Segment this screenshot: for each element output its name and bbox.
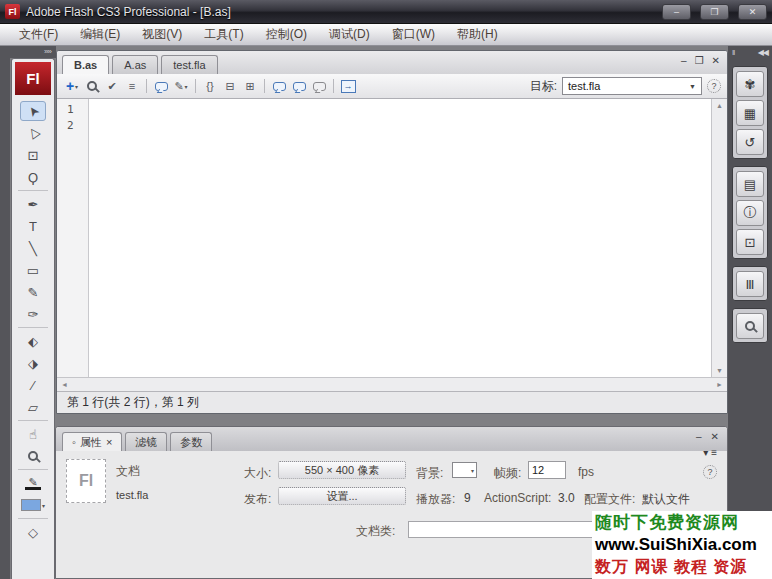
remove-comment-button[interactable] [310, 77, 328, 96]
dock-header: ‖ ◀◀ [728, 46, 772, 59]
vertical-scrollbar[interactable]: ▲ ▼ [711, 99, 727, 377]
eyedropper-tool[interactable]: ∕ [20, 375, 46, 395]
free-transform-tool[interactable]: ⊡ [20, 145, 46, 165]
document-name: test.fla [116, 489, 148, 501]
panel-menu-icon[interactable]: ▾ ≡ [703, 447, 717, 458]
show-code-hint-button[interactable] [152, 77, 170, 96]
stroke-color-control[interactable]: ✎ [20, 473, 46, 493]
check-syntax-button[interactable]: ✔ [103, 77, 121, 96]
collapse-selection-button[interactable]: ⊟ [221, 77, 239, 96]
minimize-button[interactable]: – [662, 4, 691, 20]
menu-window[interactable]: 窗口(W) [381, 24, 446, 45]
tab-test-fla[interactable]: test.fla [161, 55, 217, 74]
hand-tool[interactable]: ☝ [20, 424, 46, 444]
fill-color-swatch [21, 499, 41, 511]
doc-minimize-button[interactable]: – [681, 55, 687, 66]
tab-close-icon[interactable]: × [106, 436, 112, 448]
right-panel-dock: ‖ ◀◀ ✾ ▦ ↺ ▤ ⓘ ⊡ Ⅲ [728, 46, 772, 579]
selection-tool[interactable]: ➤ [20, 101, 46, 121]
brush-tool[interactable]: ✑ [20, 304, 46, 324]
scroll-left-icon[interactable]: ◄ [61, 381, 68, 388]
panel-close-button[interactable]: ✕ [711, 431, 719, 442]
swatch-dropdown-icon: ▾ [471, 467, 474, 474]
tool-separator [18, 518, 48, 519]
eraser-tool[interactable]: ▱ [20, 397, 46, 417]
dock-collapse-icon[interactable]: ◀◀ [758, 48, 768, 57]
debug-options-button[interactable]: ✎ ▾ [172, 77, 190, 96]
code-area[interactable] [89, 99, 711, 377]
doc-close-button[interactable]: ✕ [712, 55, 720, 66]
tools-panel-collapse[interactable]: »» [10, 46, 56, 58]
scroll-up-icon[interactable]: ▲ [716, 102, 723, 109]
scroll-down-icon[interactable]: ▼ [716, 367, 723, 374]
background-color-picker[interactable]: ▾ [452, 462, 477, 478]
tab-parameters[interactable]: 参数 [170, 432, 212, 451]
transform-panel-button[interactable]: ⊡ [736, 229, 764, 255]
tab-properties[interactable]: ◦ 属性 × [62, 432, 122, 451]
publish-settings-button[interactable]: 设置... [278, 487, 406, 505]
tab-b-as[interactable]: B.as [62, 55, 109, 74]
tab-filters[interactable]: 滤镜 [125, 432, 167, 451]
framerate-label: 帧频: [494, 465, 521, 482]
restore-button[interactable]: ❐ [700, 4, 729, 20]
pencil-tool[interactable]: ✎ [20, 282, 46, 302]
show-code-hint-icon [155, 82, 168, 91]
pen-tool[interactable]: ✒ [20, 194, 46, 214]
align-panel-button[interactable]: ▤ [736, 171, 764, 197]
ink-bottle-tool[interactable]: ⬖ [20, 331, 46, 351]
menu-debug[interactable]: 调试(D) [318, 24, 381, 45]
eyedropper-icon: ∕ [32, 378, 34, 393]
rectangle-tool[interactable]: ▭ [20, 260, 46, 280]
menu-help[interactable]: 帮助(H) [446, 24, 509, 45]
movie-explorer-panel-button[interactable] [736, 313, 764, 339]
panel-minimize-button[interactable]: – [696, 431, 702, 442]
block-comment-button[interactable] [270, 77, 288, 96]
size-button[interactable]: 550 × 400 像素 [278, 461, 406, 479]
collapse-braces-button[interactable]: {} [201, 77, 219, 96]
color-panel-button[interactable]: ✾ [736, 71, 764, 97]
line-comment-button[interactable] [290, 77, 308, 96]
lasso-tool[interactable]: Ϙ [20, 167, 46, 187]
doc-restore-button[interactable]: ❐ [695, 55, 704, 66]
align-panel-icon: ▤ [744, 177, 756, 192]
zoom-tool[interactable] [20, 446, 46, 466]
text-tool[interactable]: T [20, 216, 46, 236]
color-options-control[interactable]: ◇ [20, 522, 46, 542]
find-replace-button[interactable] [83, 77, 101, 96]
menu-file[interactable]: 文件(F) [8, 24, 69, 45]
horizontal-scrollbar[interactable]: ◄ ► [57, 377, 727, 391]
dock-handle-icon[interactable]: ‖ [732, 48, 734, 57]
library-panel-button[interactable]: Ⅲ [736, 271, 764, 297]
color-panel-icon: ✾ [745, 77, 756, 92]
help-icon[interactable]: ? [707, 79, 721, 93]
framerate-input[interactable] [528, 461, 566, 479]
close-button[interactable]: ✕ [738, 4, 767, 20]
subselection-tool[interactable]: ▷ [20, 123, 46, 143]
line-number-gutter: 1 2 [57, 99, 89, 377]
line-tool[interactable]: ╲ [20, 238, 46, 258]
app-icon: Fl [5, 4, 20, 19]
actionscript-value: 3.0 [558, 491, 575, 505]
auto-format-button[interactable]: ≡ [123, 77, 141, 96]
menu-control[interactable]: 控制(O) [255, 24, 318, 45]
toolbox-toggle-button[interactable]: → [339, 77, 357, 96]
help-icon[interactable]: ? [703, 465, 717, 479]
tab-properties-label: 属性 [80, 435, 102, 450]
add-script-button[interactable]: + ▾ [63, 77, 81, 96]
history-panel-icon: ↺ [745, 135, 756, 150]
info-panel-button[interactable]: ⓘ [736, 200, 764, 226]
expand-all-button[interactable]: ⊞ [241, 77, 259, 96]
menu-view[interactable]: 视图(V) [131, 24, 193, 45]
menu-edit[interactable]: 编辑(E) [69, 24, 131, 45]
remove-comment-icon [313, 82, 326, 91]
paint-bucket-tool[interactable]: ⬗ [20, 353, 46, 373]
tab-a-as[interactable]: A.as [112, 55, 158, 74]
fill-color-control[interactable]: ▾ [20, 495, 46, 515]
history-panel-button[interactable]: ↺ [736, 129, 764, 155]
code-editor: 1 2 ▲ ▼ [57, 99, 727, 377]
target-dropdown[interactable]: test.fla ▼ [562, 77, 702, 95]
swatches-panel-button[interactable]: ▦ [736, 100, 764, 126]
menu-tools[interactable]: 工具(T) [193, 24, 254, 45]
line-icon: ╲ [29, 241, 37, 256]
scroll-right-icon[interactable]: ► [716, 381, 723, 388]
